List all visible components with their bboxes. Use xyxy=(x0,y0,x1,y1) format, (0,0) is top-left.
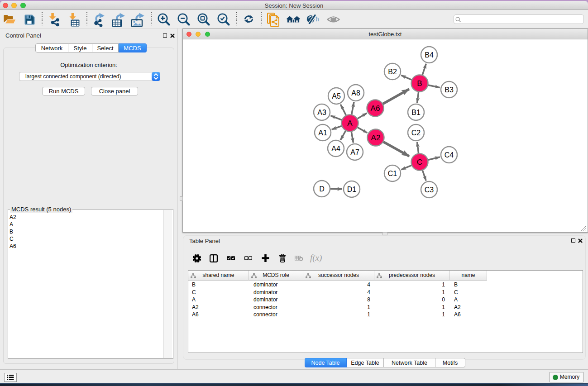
svg-text:C1: C1 xyxy=(388,170,397,177)
svg-text:B2: B2 xyxy=(388,68,397,76)
svg-text:D: D xyxy=(319,185,325,193)
svg-text:D1: D1 xyxy=(347,186,357,193)
svg-text:A7: A7 xyxy=(350,148,359,156)
svg-text:A3: A3 xyxy=(317,109,326,116)
svg-text:A6: A6 xyxy=(371,104,380,113)
svg-text:A8: A8 xyxy=(351,89,360,97)
svg-text:A4: A4 xyxy=(331,145,340,152)
svg-text:C4: C4 xyxy=(445,151,454,159)
svg-text:B: B xyxy=(417,79,422,88)
svg-text:C3: C3 xyxy=(425,186,434,194)
svg-text:B4: B4 xyxy=(425,51,434,59)
svg-text:B3: B3 xyxy=(445,86,454,94)
svg-text:C2: C2 xyxy=(411,129,421,137)
svg-text:A: A xyxy=(347,119,353,128)
svg-text:B1: B1 xyxy=(411,109,421,116)
svg-text:C: C xyxy=(417,158,422,167)
svg-text:A1: A1 xyxy=(318,129,327,137)
svg-text:A5: A5 xyxy=(332,92,341,100)
svg-text:A2: A2 xyxy=(371,133,381,142)
